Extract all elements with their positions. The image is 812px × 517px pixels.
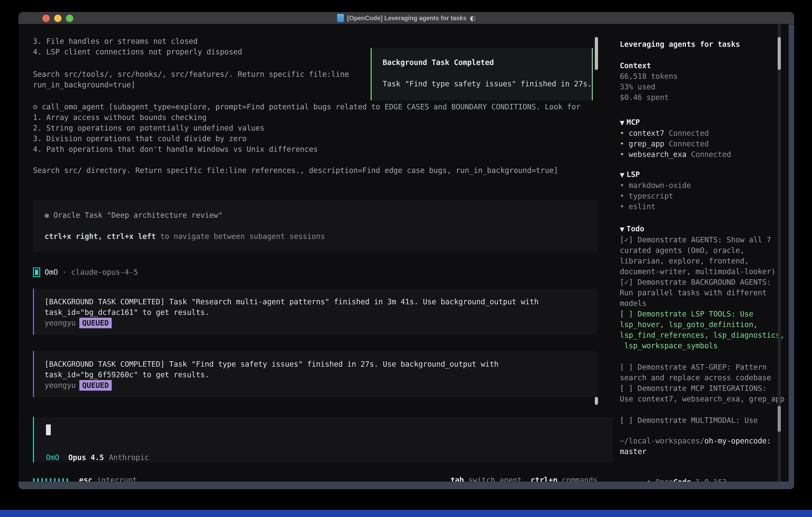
mcp-heading: ▼ MCP	[620, 117, 785, 128]
hint-keys: ctrl+x right, ctrl+x left	[45, 232, 156, 241]
input-agent-name[interactable]: OmO	[46, 452, 59, 463]
tool-call-item: 2. String operations on potentially unde…	[33, 123, 580, 133]
zoom-button[interactable]	[66, 15, 73, 22]
notification-body: Task "Find type safety issues" finished …	[383, 79, 592, 89]
chevron-down-icon[interactable]: ▼	[620, 226, 627, 233]
mcp-server-name: context7	[629, 129, 664, 138]
bullet-icon: •	[620, 150, 629, 159]
navigation-hint: ctrl+x right, ctrl+x left to navigate be…	[45, 231, 598, 242]
mcp-server-status: Connected	[687, 150, 731, 159]
record-icon: ◉	[45, 211, 49, 219]
app-name-dim: Open	[655, 478, 673, 482]
separator-dot: ·	[62, 267, 67, 277]
lsp-item: • eslint	[620, 201, 785, 212]
text-line: 3. File handles or streams not closed	[33, 36, 242, 47]
assistant-text-block: Search src/tools/, src/hooks/, src/featu…	[33, 69, 349, 90]
todo-item: [ ] Demonstrate AST-GREP: Patternsearch …	[620, 362, 785, 383]
input-provider-name: Anthropic	[109, 452, 149, 463]
todo-line: curated agents (OmO, oracle,	[620, 245, 785, 256]
gear-icon: ⚙	[33, 103, 37, 111]
input-model-name[interactable]: Opus 4.5	[68, 452, 104, 463]
todo-line: Use context7, websearch_exa, grep_app	[620, 393, 785, 404]
desktop-accent-strip	[0, 510, 812, 517]
sidebar: Leveraging agents for tasks Context 66,5…	[608, 24, 789, 482]
agent-header: OmO · claude-opus-4-5	[33, 267, 138, 277]
oracle-task-card[interactable]: ◉ Oracle Task "Deep architecture review"…	[33, 200, 598, 252]
terminal-window: [OpenCode] Leveraging agents for tasks ◐…	[19, 12, 794, 489]
tool-call-item: 3. Division operations that could divide…	[33, 133, 580, 144]
background-task-message[interactable]: [BACKGROUND TASK COMPLETED] Task "Find t…	[33, 351, 598, 397]
task-meta: yeongyuQUEUED	[45, 318, 598, 328]
todo-line: document-writer, multimodal-looker)	[620, 266, 785, 277]
mcp-item: • websearch_exa Connected	[620, 149, 785, 160]
todo-item: [✓] Demonstrate BACKGROUND AGENTS:Run pa…	[620, 277, 785, 309]
tool-call-header: ⚙ call_omo_agent [subagent_type=explore,…	[33, 102, 580, 112]
bullet-icon: •	[646, 478, 651, 482]
todo-line: [ ] Demonstrate LSP TOOLS: Use	[620, 309, 785, 319]
app-version: 1.0.163	[696, 478, 727, 482]
mcp-server-name: websearch_exa	[629, 150, 687, 159]
titlebar[interactable]: [OpenCode] Leveraging agents for tasks ◐	[19, 12, 794, 24]
todo-line: lsp_find_references, lsp_diagnostics,	[620, 330, 785, 341]
todo-line: [ ] Demonstrate MULTIMODAL: Use	[620, 415, 785, 426]
mcp-item: • context7 Connected	[620, 128, 785, 139]
tool-call-tail: Search src/ directory. Return specific f…	[33, 165, 580, 176]
notification-title: Background Task Completed	[383, 57, 592, 68]
todo-item: [ ] Demonstrate MCP INTEGRATIONS:Use con…	[620, 383, 785, 404]
traffic-lights	[42, 12, 73, 24]
minimize-button[interactable]	[54, 15, 61, 22]
agent-icon	[33, 268, 40, 277]
lsp-server-name: typescript	[629, 192, 673, 200]
bullet-icon: •	[620, 202, 629, 211]
prompt-input[interactable]: OmO Opus 4.5 Anthropic	[33, 417, 612, 462]
todo-line: [✓] Demonstrate BACKGROUND AGENTS:	[620, 277, 785, 288]
context-spent: $0.46 spent	[620, 92, 785, 103]
todo-list: [✓] Demonstrate AGENTS: Show all 7curate…	[620, 235, 785, 426]
main-scrollbar-thumb[interactable]	[595, 37, 598, 70]
todo-item: [ ] Demonstrate LSP TOOLS: Uselsp_hover,…	[620, 309, 785, 351]
sidebar-scrollbar-thumb[interactable]	[778, 37, 781, 70]
window-frame-bottom	[19, 482, 794, 489]
half-circle-icon: ◐	[470, 13, 475, 23]
task-meta: yeongyuQUEUED	[45, 380, 598, 391]
workspace-info: ~/local-workspaces/oh-my-opencode: maste…	[620, 436, 785, 457]
lsp-server-name: markdown-oxide	[629, 181, 691, 190]
app-name-bold: Code	[673, 478, 691, 482]
chevron-down-icon[interactable]: ▼	[620, 171, 627, 178]
workspace-branch: master	[620, 446, 785, 457]
todo-line: lsp_workspace_symbols	[620, 341, 785, 351]
agent-icon-inner	[35, 270, 38, 275]
todo-line: lsp_hover, lsp_goto_definition,	[620, 319, 785, 330]
toast-notification[interactable]: Background Task Completed Task "Find typ…	[371, 48, 593, 100]
chevron-down-icon[interactable]: ▼	[620, 119, 627, 126]
context-tokens: 66,518 tokens	[620, 71, 785, 82]
todo-item: [✓] Demonstrate AGENTS: Show all 7curate…	[620, 235, 785, 277]
background-task-message[interactable]: [BACKGROUND TASK COMPLETED] Task "Resear…	[33, 289, 598, 335]
text-cursor	[46, 425, 51, 435]
todo-line: [ ] Demonstrate AST-GREP: Pattern	[620, 362, 785, 373]
task-line: [BACKGROUND TASK COMPLETED] Task "Find t…	[45, 359, 598, 370]
agent-model: claude-opus-4-5	[71, 267, 138, 277]
lsp-list: • markdown-oxide• typescript• eslint	[620, 180, 785, 212]
todo-item: [ ] Demonstrate MULTIMODAL: Use	[620, 415, 785, 426]
window-title-text: [OpenCode] Leveraging agents for tasks	[347, 13, 467, 23]
status-badge: QUEUED	[79, 380, 112, 391]
mcp-server-status: Connected	[664, 140, 709, 148]
lsp-server-name: eslint	[629, 202, 656, 211]
tool-call-block: ⚙ call_omo_agent [subagent_type=explore,…	[33, 102, 580, 176]
lsp-item: • markdown-oxide	[620, 180, 785, 191]
context-section: Context 66,518 tokens 33% used $0.46 spe…	[620, 60, 785, 103]
close-button[interactable]	[42, 15, 50, 22]
task-line: task_id="bg_dcfac161" to get results.	[45, 307, 598, 318]
mcp-section: ▼ MCP • context7 Connected• grep_app Con…	[620, 117, 785, 160]
todo-line: models	[620, 298, 785, 309]
todo-scrollbar-thumb[interactable]	[778, 406, 781, 432]
main-scrollbar-thumb-lower[interactable]	[595, 397, 598, 405]
conversation-pane: 3. File handles or streams not closed 4.…	[19, 24, 614, 482]
task-user: yeongyu	[45, 381, 76, 390]
agent-name: OmO	[45, 267, 58, 277]
text-line: run_in_background=true]	[33, 80, 349, 90]
document-icon	[337, 14, 344, 22]
mcp-server-status: Connected	[664, 129, 709, 138]
text-line: 4. LSP client connections not properly d…	[33, 47, 242, 57]
